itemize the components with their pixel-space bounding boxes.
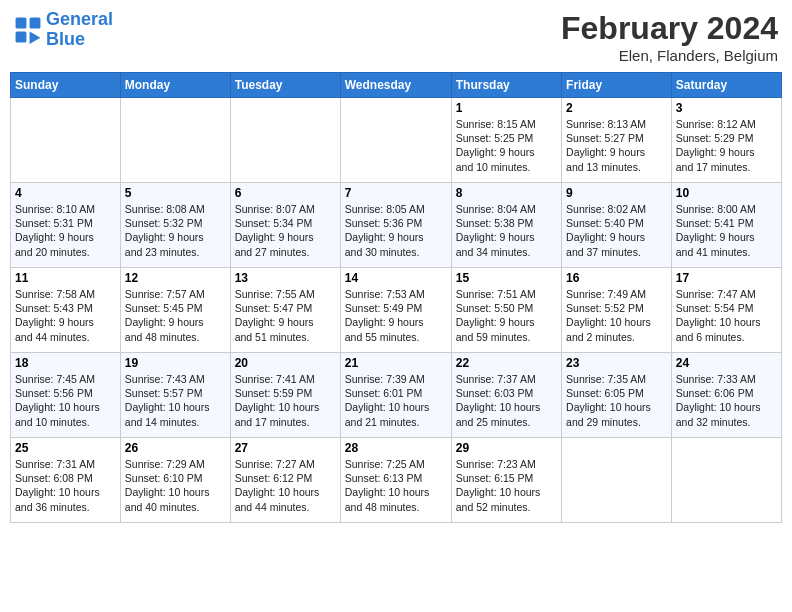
day-info: Sunrise: 7:23 AM Sunset: 6:15 PM Dayligh… bbox=[456, 457, 557, 514]
day-info: Sunrise: 7:55 AM Sunset: 5:47 PM Dayligh… bbox=[235, 287, 336, 344]
day-number: 27 bbox=[235, 441, 336, 455]
calendar-cell: 18Sunrise: 7:45 AM Sunset: 5:56 PM Dayli… bbox=[11, 353, 121, 438]
calendar-cell: 26Sunrise: 7:29 AM Sunset: 6:10 PM Dayli… bbox=[120, 438, 230, 523]
day-info: Sunrise: 7:51 AM Sunset: 5:50 PM Dayligh… bbox=[456, 287, 557, 344]
dow-header-wednesday: Wednesday bbox=[340, 73, 451, 98]
calendar-cell: 29Sunrise: 7:23 AM Sunset: 6:15 PM Dayli… bbox=[451, 438, 561, 523]
day-number: 26 bbox=[125, 441, 226, 455]
month-title: February 2024 bbox=[561, 10, 778, 47]
logo-icon bbox=[14, 16, 42, 44]
day-number: 16 bbox=[566, 271, 667, 285]
calendar-cell: 5Sunrise: 8:08 AM Sunset: 5:32 PM Daylig… bbox=[120, 183, 230, 268]
day-info: Sunrise: 8:02 AM Sunset: 5:40 PM Dayligh… bbox=[566, 202, 667, 259]
calendar-cell: 13Sunrise: 7:55 AM Sunset: 5:47 PM Dayli… bbox=[230, 268, 340, 353]
calendar-cell: 15Sunrise: 7:51 AM Sunset: 5:50 PM Dayli… bbox=[451, 268, 561, 353]
calendar-cell: 22Sunrise: 7:37 AM Sunset: 6:03 PM Dayli… bbox=[451, 353, 561, 438]
calendar-table: SundayMondayTuesdayWednesdayThursdayFrid… bbox=[10, 72, 782, 523]
calendar-cell: 4Sunrise: 8:10 AM Sunset: 5:31 PM Daylig… bbox=[11, 183, 121, 268]
day-number: 11 bbox=[15, 271, 116, 285]
calendar-cell bbox=[340, 98, 451, 183]
day-number: 25 bbox=[15, 441, 116, 455]
day-number: 29 bbox=[456, 441, 557, 455]
calendar-cell: 10Sunrise: 8:00 AM Sunset: 5:41 PM Dayli… bbox=[671, 183, 781, 268]
calendar-cell: 19Sunrise: 7:43 AM Sunset: 5:57 PM Dayli… bbox=[120, 353, 230, 438]
day-info: Sunrise: 7:37 AM Sunset: 6:03 PM Dayligh… bbox=[456, 372, 557, 429]
day-number: 12 bbox=[125, 271, 226, 285]
day-number: 3 bbox=[676, 101, 777, 115]
day-number: 22 bbox=[456, 356, 557, 370]
day-info: Sunrise: 8:12 AM Sunset: 5:29 PM Dayligh… bbox=[676, 117, 777, 174]
dow-header-monday: Monday bbox=[120, 73, 230, 98]
day-info: Sunrise: 7:25 AM Sunset: 6:13 PM Dayligh… bbox=[345, 457, 447, 514]
calendar-cell: 17Sunrise: 7:47 AM Sunset: 5:54 PM Dayli… bbox=[671, 268, 781, 353]
calendar-cell bbox=[11, 98, 121, 183]
logo: General Blue bbox=[14, 10, 113, 50]
day-info: Sunrise: 8:04 AM Sunset: 5:38 PM Dayligh… bbox=[456, 202, 557, 259]
svg-rect-1 bbox=[16, 31, 27, 42]
day-number: 21 bbox=[345, 356, 447, 370]
day-info: Sunrise: 7:45 AM Sunset: 5:56 PM Dayligh… bbox=[15, 372, 116, 429]
day-number: 10 bbox=[676, 186, 777, 200]
week-row-5: 25Sunrise: 7:31 AM Sunset: 6:08 PM Dayli… bbox=[11, 438, 782, 523]
svg-rect-0 bbox=[16, 17, 27, 28]
logo-text: General Blue bbox=[46, 10, 113, 50]
week-row-2: 4Sunrise: 8:10 AM Sunset: 5:31 PM Daylig… bbox=[11, 183, 782, 268]
day-number: 2 bbox=[566, 101, 667, 115]
calendar-cell bbox=[671, 438, 781, 523]
calendar-cell bbox=[120, 98, 230, 183]
day-info: Sunrise: 8:15 AM Sunset: 5:25 PM Dayligh… bbox=[456, 117, 557, 174]
week-row-1: 1Sunrise: 8:15 AM Sunset: 5:25 PM Daylig… bbox=[11, 98, 782, 183]
logo-general: General bbox=[46, 9, 113, 29]
day-number: 28 bbox=[345, 441, 447, 455]
day-info: Sunrise: 8:07 AM Sunset: 5:34 PM Dayligh… bbox=[235, 202, 336, 259]
logo-blue: Blue bbox=[46, 29, 85, 49]
day-number: 9 bbox=[566, 186, 667, 200]
calendar-cell: 21Sunrise: 7:39 AM Sunset: 6:01 PM Dayli… bbox=[340, 353, 451, 438]
day-info: Sunrise: 8:05 AM Sunset: 5:36 PM Dayligh… bbox=[345, 202, 447, 259]
location: Elen, Flanders, Belgium bbox=[561, 47, 778, 64]
calendar-cell: 28Sunrise: 7:25 AM Sunset: 6:13 PM Dayli… bbox=[340, 438, 451, 523]
day-number: 20 bbox=[235, 356, 336, 370]
day-number: 18 bbox=[15, 356, 116, 370]
day-number: 14 bbox=[345, 271, 447, 285]
day-info: Sunrise: 7:35 AM Sunset: 6:05 PM Dayligh… bbox=[566, 372, 667, 429]
day-info: Sunrise: 8:00 AM Sunset: 5:41 PM Dayligh… bbox=[676, 202, 777, 259]
day-info: Sunrise: 8:10 AM Sunset: 5:31 PM Dayligh… bbox=[15, 202, 116, 259]
calendar-cell: 9Sunrise: 8:02 AM Sunset: 5:40 PM Daylig… bbox=[562, 183, 672, 268]
dow-header-friday: Friday bbox=[562, 73, 672, 98]
calendar-cell: 1Sunrise: 8:15 AM Sunset: 5:25 PM Daylig… bbox=[451, 98, 561, 183]
day-info: Sunrise: 7:39 AM Sunset: 6:01 PM Dayligh… bbox=[345, 372, 447, 429]
day-info: Sunrise: 7:41 AM Sunset: 5:59 PM Dayligh… bbox=[235, 372, 336, 429]
dow-header-sunday: Sunday bbox=[11, 73, 121, 98]
calendar-cell: 2Sunrise: 8:13 AM Sunset: 5:27 PM Daylig… bbox=[562, 98, 672, 183]
day-number: 6 bbox=[235, 186, 336, 200]
day-number: 15 bbox=[456, 271, 557, 285]
calendar-cell: 27Sunrise: 7:27 AM Sunset: 6:12 PM Dayli… bbox=[230, 438, 340, 523]
calendar-cell: 23Sunrise: 7:35 AM Sunset: 6:05 PM Dayli… bbox=[562, 353, 672, 438]
day-number: 7 bbox=[345, 186, 447, 200]
week-row-3: 11Sunrise: 7:58 AM Sunset: 5:43 PM Dayli… bbox=[11, 268, 782, 353]
day-number: 17 bbox=[676, 271, 777, 285]
day-number: 23 bbox=[566, 356, 667, 370]
day-info: Sunrise: 7:57 AM Sunset: 5:45 PM Dayligh… bbox=[125, 287, 226, 344]
day-number: 13 bbox=[235, 271, 336, 285]
calendar-cell: 3Sunrise: 8:12 AM Sunset: 5:29 PM Daylig… bbox=[671, 98, 781, 183]
svg-rect-2 bbox=[30, 17, 41, 28]
calendar-cell: 8Sunrise: 8:04 AM Sunset: 5:38 PM Daylig… bbox=[451, 183, 561, 268]
day-info: Sunrise: 7:31 AM Sunset: 6:08 PM Dayligh… bbox=[15, 457, 116, 514]
calendar-cell: 7Sunrise: 8:05 AM Sunset: 5:36 PM Daylig… bbox=[340, 183, 451, 268]
day-info: Sunrise: 7:53 AM Sunset: 5:49 PM Dayligh… bbox=[345, 287, 447, 344]
week-row-4: 18Sunrise: 7:45 AM Sunset: 5:56 PM Dayli… bbox=[11, 353, 782, 438]
day-number: 1 bbox=[456, 101, 557, 115]
header-row: SundayMondayTuesdayWednesdayThursdayFrid… bbox=[11, 73, 782, 98]
page-header: General Blue February 2024 Elen, Flander… bbox=[10, 10, 782, 64]
calendar-cell bbox=[562, 438, 672, 523]
day-info: Sunrise: 7:43 AM Sunset: 5:57 PM Dayligh… bbox=[125, 372, 226, 429]
calendar-cell: 16Sunrise: 7:49 AM Sunset: 5:52 PM Dayli… bbox=[562, 268, 672, 353]
calendar-cell: 24Sunrise: 7:33 AM Sunset: 6:06 PM Dayli… bbox=[671, 353, 781, 438]
day-info: Sunrise: 7:58 AM Sunset: 5:43 PM Dayligh… bbox=[15, 287, 116, 344]
day-number: 4 bbox=[15, 186, 116, 200]
day-number: 19 bbox=[125, 356, 226, 370]
day-number: 5 bbox=[125, 186, 226, 200]
dow-header-saturday: Saturday bbox=[671, 73, 781, 98]
